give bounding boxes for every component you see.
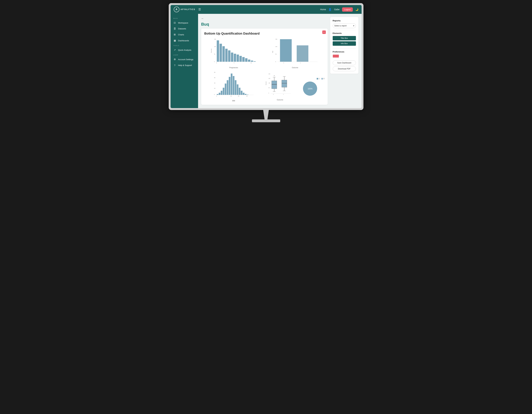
svg-text:20: 20 [230, 95, 232, 97]
svg-text:0: 0 [268, 93, 269, 94]
info-box-button[interactable]: Info Box [333, 41, 356, 46]
content-area: ← Buq Bottom Up Quantification Dashboard… [198, 14, 361, 108]
color-picker-swatch[interactable] [333, 55, 339, 58]
svg-rect-51 [243, 93, 244, 95]
svg-rect-16 [248, 59, 250, 62]
quick-analysis-icon: ↗ [173, 48, 176, 51]
svg-rect-42 [225, 84, 226, 95]
dashboard-card: Bottom Up Quantification Dashboard × 15k [201, 29, 328, 105]
svg-text:0: 0 [216, 62, 217, 64]
chevron-down-icon: ▾ [353, 25, 354, 27]
logout-button[interactable]: Logout [342, 7, 353, 12]
hamburger-icon[interactable]: ☰ [198, 7, 201, 12]
svg-text:80: 80 [214, 72, 215, 73]
select-report-button[interactable]: Select a report ▾ [333, 23, 356, 28]
logo-icon: A [174, 7, 179, 12]
monitor-base [252, 119, 280, 122]
monitor-wrapper: A AFYALYTICS ☰ Home 👤 Gabe Logout 🌙 [169, 3, 363, 122]
svg-rect-29 [297, 45, 308, 62]
sidebar-datasets-label: Datasets [178, 28, 186, 30]
charts-icon: ⊞ [173, 33, 176, 36]
logo-area: A AFYALYTICS [174, 7, 195, 12]
svg-rect-45 [231, 74, 232, 95]
legend-label-1: 1 [319, 78, 320, 79]
chart-label-boxplot-x: Outcome [266, 99, 294, 101]
sidebar-item-charts[interactable]: ⊞ Charts [171, 32, 198, 38]
panel-divider-1 [333, 30, 356, 30]
svg-rect-11 [234, 54, 236, 62]
screen-inner: A AFYALYTICS ☰ Home 👤 Gabe Logout 🌙 [171, 5, 361, 108]
svg-rect-5 [217, 40, 219, 62]
nav-left: A AFYALYTICS ☰ [174, 7, 201, 12]
legend-swatch-1 [317, 78, 318, 79]
svg-rect-44 [229, 77, 230, 95]
dashboards-icon: ▦ [173, 39, 176, 42]
svg-rect-40 [221, 91, 222, 95]
sidebar-item-datasets[interactable]: 🗄 Datasets [171, 26, 198, 32]
sidebar-item-help-support[interactable]: ? Help & Support [171, 62, 198, 68]
svg-text:40: 40 [238, 95, 239, 97]
select-report-label: Select a report [334, 25, 347, 27]
svg-text:1: 1 [283, 94, 284, 95]
close-dashboard-button[interactable]: × [322, 30, 326, 34]
svg-rect-66 [272, 81, 277, 89]
svg-text:5k: 5k [275, 53, 277, 55]
download-pdf-button[interactable]: Download PDF [333, 67, 356, 71]
svg-text:10k: 10k [275, 46, 277, 47]
sidebar-item-workspace[interactable]: ⊡ Workspace [171, 20, 198, 26]
dashboard-title: Bottom Up Quantification Dashboard [204, 32, 324, 35]
sidebar-quick-analysis-label: Quick Analysis [178, 49, 191, 51]
svg-rect-28 [280, 39, 292, 62]
svg-rect-49 [239, 88, 240, 95]
chart-bmi: 80 60 40 20 0 [204, 71, 263, 102]
chart-boxplot: 200 150 100 50 0 Glucose [266, 71, 324, 102]
svg-rect-18 [254, 61, 256, 62]
svg-text:15k: 15k [214, 39, 216, 40]
svg-text:0: 0 [275, 61, 276, 62]
svg-rect-48 [237, 84, 238, 95]
svg-text:40: 40 [214, 82, 215, 84]
sidebar-item-dashboards[interactable]: ▦ Dashboards [171, 38, 198, 44]
svg-text:10k: 10k [214, 46, 216, 47]
home-link[interactable]: Home [320, 8, 326, 11]
svg-rect-6 [219, 44, 222, 62]
save-dashboard-button[interactable]: Save Dashboard [333, 60, 356, 65]
settings-icon: ⚙ [173, 58, 176, 61]
workspace-icon: ⊡ [173, 21, 176, 24]
svg-rect-73 [282, 80, 287, 87]
svg-rect-14 [242, 57, 245, 62]
svg-rect-9 [228, 50, 230, 62]
svg-text:5k: 5k [214, 53, 215, 55]
elements-label: Elements [333, 32, 356, 34]
dark-mode-toggle[interactable]: 🌙 [355, 8, 358, 11]
svg-text:Glucose: Glucose [211, 48, 212, 53]
monitor-screen: A AFYALYTICS ☰ Home 👤 Gabe Logout 🌙 [169, 3, 363, 110]
sidebar-help-support-label: Help & Support [178, 64, 192, 67]
svg-rect-43 [227, 80, 228, 95]
svg-rect-47 [235, 80, 236, 95]
svg-text:60: 60 [214, 77, 215, 78]
svg-rect-13 [239, 56, 242, 62]
chart-label-bmi-x: BMI [204, 100, 263, 102]
svg-text:50: 50 [268, 87, 270, 88]
sidebar-item-quick-analysis[interactable]: ↗ Quick Analysis [171, 47, 198, 53]
svg-text:0: 0 [214, 61, 215, 62]
boxplot-svg: 200 150 100 50 0 Glucose [266, 71, 294, 98]
help-icon: ? [173, 64, 176, 67]
sidebar-item-account-settings[interactable]: ⚙ Account Settings [171, 56, 198, 62]
svg-rect-46 [233, 76, 234, 95]
svg-text:Age: Age [272, 51, 273, 53]
sidebar: MAIN ⊡ Workspace 🗄 Datasets ⊞ Charts [171, 14, 198, 108]
back-button[interactable]: ← [201, 17, 204, 20]
chart-label-outcome-age-x: Outcome [266, 67, 324, 68]
sidebar-charts-label: Charts [178, 33, 184, 36]
main-layout: MAIN ⊡ Workspace 🗄 Datasets ⊞ Charts [171, 14, 361, 108]
svg-text:0: 0 [273, 94, 274, 95]
main-content: ← Buq Bottom Up Quantification Dashboard… [201, 17, 328, 105]
preferences-label: Preferences [333, 51, 356, 53]
chart-pie: 1 0 100% [296, 71, 324, 102]
svg-rect-12 [237, 55, 239, 62]
chart-outcome-age: 15k 10k 5k 0 Age [266, 38, 324, 68]
logo-text: AFYALYTICS [181, 8, 195, 10]
title-box-button[interactable]: Title Box [333, 36, 356, 40]
